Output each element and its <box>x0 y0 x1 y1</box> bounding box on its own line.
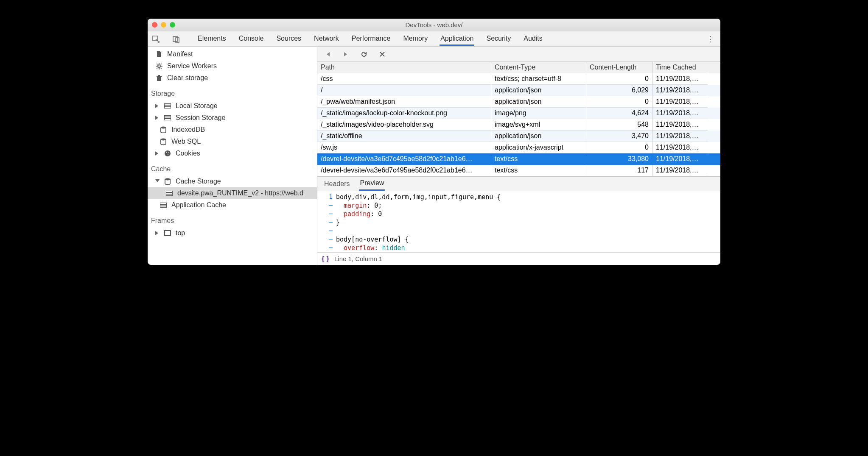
devtools-window: DevTools - web.dev/ Elements Console Sou… <box>148 19 720 265</box>
col-path[interactable]: Path <box>317 62 491 73</box>
chevron-right-icon <box>155 116 160 120</box>
sidebar-item-clear-storage[interactable]: Clear storage <box>148 72 317 84</box>
svg-rect-20 <box>166 191 172 192</box>
table-row[interactable]: /csstext/css; charset=utf-8011/19/2018,… <box>317 73 720 85</box>
tab-console[interactable]: Console <box>238 32 265 46</box>
code-line: body,div,dl,dd,form,img,input,figure,men… <box>336 193 501 201</box>
cell-path: /_static/images/video-placeholder.svg <box>317 119 491 131</box>
table-row[interactable]: /_static/images/lockup-color-knockout.pn… <box>317 108 720 119</box>
table-row[interactable]: /_pwa/web/manifest.jsonapplication/json0… <box>317 96 720 108</box>
tab-application[interactable]: Application <box>440 32 474 46</box>
cell-path: /sw.js <box>317 142 491 153</box>
sidebar-item-websql[interactable]: Web SQL <box>148 136 317 147</box>
braces-icon[interactable]: { } <box>322 255 329 263</box>
prev-icon[interactable] <box>325 51 331 57</box>
sidebar-item-application-cache[interactable]: Application Cache <box>148 199 317 211</box>
table-row[interactable]: /application/json6,02911/19/2018,… <box>317 85 720 96</box>
table-row[interactable]: /devrel-devsite/va3e6d7c495ae58d2f0c21ab… <box>317 165 720 176</box>
sidebar-section-frames: Frames <box>148 211 317 227</box>
subtab-headers[interactable]: Headers <box>323 178 350 190</box>
cell-path: /devrel-devsite/va3e6d7c495ae58d2f0c21ab… <box>317 165 491 176</box>
frame-icon <box>164 229 171 237</box>
tab-network[interactable]: Network <box>313 32 340 46</box>
table-row[interactable]: /devrel-devsite/va3e6d7c495ae58d2f0c21ab… <box>317 153 720 165</box>
panel-tabstrip: Elements Console Sources Network Perform… <box>148 31 720 47</box>
tab-audits[interactable]: Audits <box>523 32 543 46</box>
code-preview: 1–––––– body,div,dl,dd,form,img,input,fi… <box>317 191 720 252</box>
trash-icon <box>155 74 163 82</box>
cell-path: /_static/offline <box>317 131 491 142</box>
sidebar-label: IndexedDB <box>171 126 205 133</box>
application-sidebar: Manifest Service Workers Clear storage S… <box>148 47 317 265</box>
sidebar-item-cache-storage[interactable]: Cache Storage <box>148 175 317 187</box>
cell-clen: 548 <box>586 119 652 131</box>
inspect-icon[interactable] <box>151 34 160 44</box>
col-time-cached[interactable]: Time Cached <box>652 62 708 73</box>
next-icon[interactable] <box>343 51 349 57</box>
sidebar-item-indexeddb[interactable]: IndexedDB <box>148 124 317 136</box>
cell-tc: 11/19/2018,… <box>652 119 708 131</box>
sidebar-item-session-storage[interactable]: Session Storage <box>148 112 317 124</box>
table-body: /csstext/css; charset=utf-8011/19/2018,…… <box>317 73 720 176</box>
device-toolbar-icon[interactable] <box>171 34 181 44</box>
svg-rect-24 <box>160 203 166 204</box>
tab-performance[interactable]: Performance <box>351 32 392 46</box>
content-pane: Path Content-Type Content-Length Time Ca… <box>317 47 720 265</box>
cell-path: /_pwa/web/manifest.json <box>317 96 491 108</box>
svg-rect-1 <box>173 36 177 42</box>
sidebar-item-manifest[interactable]: Manifest <box>148 48 317 60</box>
code-line: } <box>336 219 340 226</box>
cache-table: Path Content-Type Content-Length Time Ca… <box>317 62 720 177</box>
cell-clen: 0 <box>586 96 652 108</box>
sidebar-label: devsite.pwa_RUNTIME_v2 - https://web.d <box>177 189 303 197</box>
svg-rect-10 <box>165 117 171 118</box>
svg-point-14 <box>165 150 171 156</box>
cell-clen: 4,624 <box>586 108 652 119</box>
table-row[interactable]: /sw.jsapplication/x-javascript011/19/201… <box>317 142 720 153</box>
database-icon <box>160 126 167 133</box>
svg-point-15 <box>166 152 167 153</box>
cell-tc: 11/19/2018,… <box>652 165 708 176</box>
col-content-type[interactable]: Content-Type <box>491 62 586 73</box>
cell-clen: 0 <box>586 142 652 153</box>
table-icon <box>160 201 167 209</box>
titlebar[interactable]: DevTools - web.dev/ <box>148 19 720 31</box>
cell-path: /_static/images/lockup-color-knockout.pn… <box>317 108 491 119</box>
sidebar-label: Session Storage <box>176 114 225 122</box>
sidebar-label: Clear storage <box>167 74 208 82</box>
sidebar-label: Manifest <box>167 50 193 58</box>
cell-clen: 117 <box>586 165 652 176</box>
tab-sources[interactable]: Sources <box>275 32 302 46</box>
line-gutter: 1–––––– <box>317 191 336 252</box>
refresh-icon[interactable] <box>361 51 367 58</box>
table-icon <box>165 189 173 197</box>
sidebar-item-service-workers[interactable]: Service Workers <box>148 60 317 72</box>
overflow-menu-icon[interactable]: ⋮ <box>704 34 717 44</box>
sidebar-item-frame-top[interactable]: top <box>148 227 317 239</box>
tab-security[interactable]: Security <box>485 32 512 46</box>
code-line: padding <box>344 210 370 218</box>
sidebar-item-cache-entry[interactable]: devsite.pwa_RUNTIME_v2 - https://web.d <box>148 187 317 199</box>
cell-path: / <box>317 85 491 96</box>
sidebar-section-storage: Storage <box>148 84 317 100</box>
sidebar-item-cookies[interactable]: Cookies <box>148 147 317 159</box>
cell-ctype: text/css; charset=utf-8 <box>491 73 586 85</box>
subtab-preview[interactable]: Preview <box>359 177 385 191</box>
code-line: margin <box>344 202 367 209</box>
cell-tc: 11/19/2018,… <box>652 131 708 142</box>
sidebar-item-local-storage[interactable]: Local Storage <box>148 100 317 112</box>
svg-point-16 <box>168 152 169 153</box>
col-content-length[interactable]: Content-Length <box>586 62 652 73</box>
sidebar-label: Application Cache <box>171 201 226 209</box>
table-row[interactable]: /_static/images/video-placeholder.svgima… <box>317 119 720 131</box>
window-title: DevTools - web.dev/ <box>148 21 720 28</box>
cell-tc: 11/19/2018,… <box>652 96 708 108</box>
tab-elements[interactable]: Elements <box>197 32 227 46</box>
code-source[interactable]: body,div,dl,dd,form,img,input,figure,men… <box>336 191 501 252</box>
cell-clen: 3,470 <box>586 131 652 142</box>
chevron-right-icon <box>155 231 160 235</box>
cell-path: /css <box>317 73 491 85</box>
clear-icon[interactable] <box>379 51 385 57</box>
table-row[interactable]: /_static/offlineapplication/json3,47011/… <box>317 131 720 142</box>
tab-memory[interactable]: Memory <box>402 32 428 46</box>
